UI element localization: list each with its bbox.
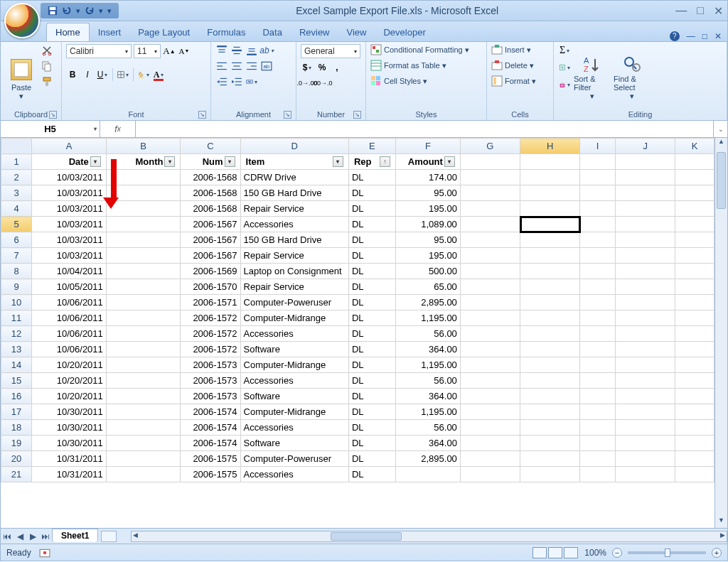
cell-D21[interactable]: Accessories (240, 467, 348, 482)
formula-expand[interactable]: ⌄ (713, 121, 727, 137)
cell-H13[interactable] (520, 342, 580, 357)
cell-J12[interactable] (616, 326, 675, 342)
col-header-A[interactable]: A (32, 139, 107, 154)
cell-C7[interactable]: 2006-1567 (181, 248, 240, 264)
cell-I18[interactable] (580, 420, 616, 436)
cell-D6[interactable]: 150 GB Hard Drive (240, 232, 348, 248)
wrap-text-icon[interactable]: ab (260, 60, 273, 72)
row-header-12[interactable]: 12 (1, 326, 32, 342)
cell-E21[interactable]: DL (348, 467, 395, 482)
delete-cells-button[interactable]: Delete ▾ (491, 60, 549, 71)
tab-data[interactable]: Data (254, 23, 290, 41)
font-name-combo[interactable]: Calibri▾ (66, 44, 132, 58)
cell-K11[interactable] (675, 310, 714, 326)
header-cell-item[interactable]: Item▾ (240, 154, 348, 170)
cell-H21[interactable] (520, 467, 580, 482)
cell-G14[interactable] (460, 357, 520, 373)
row-header-18[interactable]: 18 (1, 420, 32, 436)
cell[interactable] (520, 154, 580, 170)
cell-E2[interactable]: DL (348, 170, 395, 185)
cell-C11[interactable]: 2006-1572 (181, 310, 240, 326)
minimize-button[interactable]: — (675, 4, 687, 18)
redo-icon[interactable] (85, 6, 95, 16)
cell-C6[interactable]: 2006-1567 (181, 232, 240, 248)
header-cell-date[interactable]: Date▾ (32, 154, 107, 170)
row-header-19[interactable]: 19 (1, 436, 32, 451)
last-sheet-button[interactable]: ⏭ (39, 531, 52, 541)
col-header-H[interactable]: H (520, 139, 580, 154)
cell-G15[interactable] (460, 373, 520, 389)
row-header-1[interactable]: 1 (1, 154, 32, 170)
macro-record-icon[interactable] (38, 546, 51, 559)
cell-G12[interactable] (460, 326, 520, 342)
tab-view[interactable]: View (338, 23, 375, 41)
cell-A16[interactable]: 10/20/2011 (32, 389, 107, 404)
row-header-4[interactable]: 4 (1, 201, 32, 217)
cell-F4[interactable]: 195.00 (395, 201, 460, 217)
cell-B16[interactable] (106, 389, 181, 404)
cell-A9[interactable]: 10/05/2011 (32, 279, 107, 295)
cell-F20[interactable]: 2,895.00 (395, 451, 460, 467)
mdi-minimize[interactable]: — (687, 31, 695, 41)
cell-G19[interactable] (460, 436, 520, 451)
format-painter-icon[interactable] (41, 75, 53, 88)
cell-D18[interactable]: Accessories (240, 420, 348, 436)
number-launcher[interactable]: ↘ (353, 111, 361, 119)
cell-D19[interactable]: Software (240, 436, 348, 451)
row-header-5[interactable]: 5 (1, 217, 32, 232)
cell-F14[interactable]: 1,195.00 (395, 357, 460, 373)
close-button[interactable]: ✕ (714, 4, 723, 18)
save-icon[interactable] (48, 6, 58, 16)
row-header-9[interactable]: 9 (1, 279, 32, 295)
cell-A4[interactable]: 10/03/2011 (32, 201, 107, 217)
row-header-13[interactable]: 13 (1, 342, 32, 357)
cell-D13[interactable]: Software (240, 342, 348, 357)
row-header-7[interactable]: 7 (1, 248, 32, 264)
cell-D14[interactable]: Computer-Midrange (240, 357, 348, 373)
cell-K8[interactable] (675, 264, 714, 279)
cell-G10[interactable] (460, 295, 520, 310)
cell-K21[interactable] (675, 467, 714, 482)
cell-G21[interactable] (460, 467, 520, 482)
italic-icon[interactable]: I (81, 68, 94, 81)
cell-J8[interactable] (616, 264, 675, 279)
grow-font-icon[interactable]: A▲ (163, 45, 176, 58)
cell-A5[interactable]: 10/03/2011 (32, 217, 107, 232)
filter-date[interactable]: ▾ (90, 156, 101, 167)
cell-K17[interactable] (675, 404, 714, 420)
cell-F19[interactable]: 364.00 (395, 436, 460, 451)
cell-F2[interactable]: 174.00 (395, 170, 460, 185)
cell-F13[interactable]: 364.00 (395, 342, 460, 357)
cell-K18[interactable] (675, 420, 714, 436)
cell-C13[interactable]: 2006-1572 (181, 342, 240, 357)
zoom-level[interactable]: 100% (584, 548, 606, 558)
cell-A8[interactable]: 10/04/2011 (32, 264, 107, 279)
cell-H16[interactable] (520, 389, 580, 404)
cell-C3[interactable]: 2006-1568 (181, 185, 240, 201)
cell-C18[interactable]: 2006-1574 (181, 420, 240, 436)
cell-J9[interactable] (616, 279, 675, 295)
cell-C12[interactable]: 2006-1572 (181, 326, 240, 342)
tab-review[interactable]: Review (291, 23, 338, 41)
maximize-button[interactable]: □ (697, 4, 704, 18)
row-header-2[interactable]: 2 (1, 170, 32, 185)
cell-D5[interactable]: Accessories (240, 217, 348, 232)
cell-F6[interactable]: 95.00 (395, 232, 460, 248)
insert-cells-button[interactable]: Insert ▾ (491, 44, 549, 55)
bold-icon[interactable]: B (66, 68, 79, 81)
underline-icon[interactable]: U (96, 68, 109, 81)
cell-J20[interactable] (616, 451, 675, 467)
format-cells-button[interactable]: Format ▾ (491, 75, 549, 87)
cell-D8[interactable]: Laptop on Consignment (240, 264, 348, 279)
zoom-in-button[interactable]: + (712, 548, 722, 558)
filter-num[interactable]: ▾ (225, 156, 235, 167)
select-all-corner[interactable] (1, 139, 32, 154)
cell-F8[interactable]: 500.00 (395, 264, 460, 279)
cell-K7[interactable] (675, 248, 714, 264)
cell-C21[interactable]: 2006-1575 (181, 467, 240, 482)
row-header-14[interactable]: 14 (1, 357, 32, 373)
row-header-21[interactable]: 21 (1, 467, 32, 482)
cell-A7[interactable]: 10/03/2011 (32, 248, 107, 264)
cell-J17[interactable] (616, 404, 675, 420)
page-layout-view-button[interactable] (548, 547, 562, 558)
